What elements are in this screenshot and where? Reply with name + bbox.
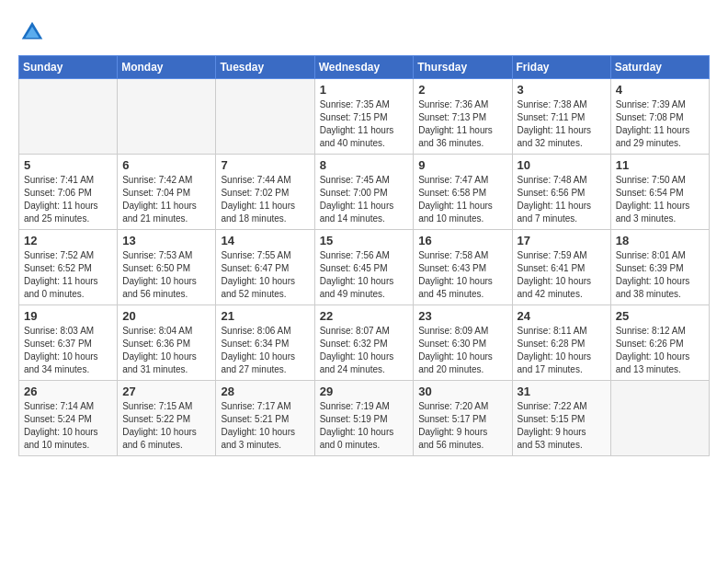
calendar-cell — [216, 79, 314, 155]
day-info: Sunrise: 8:11 AM Sunset: 6:28 PM Dayligh… — [518, 325, 606, 376]
day-number: 29 — [320, 385, 409, 398]
day-number: 8 — [320, 158, 409, 172]
day-number: 28 — [221, 385, 309, 398]
calendar-cell: 17Sunrise: 7:59 AM Sunset: 6:41 PM Dayli… — [512, 230, 610, 305]
day-info: Sunrise: 7:38 AM Sunset: 7:11 PM Dayligh… — [518, 98, 606, 150]
day-info: Sunrise: 7:41 AM Sunset: 7:06 PM Dayligh… — [24, 174, 112, 225]
calendar-cell: 23Sunrise: 8:09 AM Sunset: 6:30 PM Dayli… — [414, 305, 512, 381]
day-header-monday: Monday — [118, 56, 216, 79]
calendar-cell: 11Sunrise: 7:50 AM Sunset: 6:54 PM Dayli… — [610, 155, 709, 230]
calendar-week-row: 1Sunrise: 7:35 AM Sunset: 7:15 PM Daylig… — [19, 79, 710, 155]
day-info: Sunrise: 7:53 AM Sunset: 6:50 PM Dayligh… — [122, 249, 210, 301]
day-info: Sunrise: 7:20 AM Sunset: 5:17 PM Dayligh… — [418, 400, 506, 452]
day-info: Sunrise: 7:55 AM Sunset: 6:47 PM Dayligh… — [221, 249, 309, 301]
day-header-thursday: Thursday — [414, 56, 512, 79]
day-info: Sunrise: 7:52 AM Sunset: 6:52 PM Dayligh… — [24, 249, 112, 301]
day-info: Sunrise: 7:39 AM Sunset: 7:08 PM Dayligh… — [616, 98, 704, 150]
calendar-cell: 10Sunrise: 7:48 AM Sunset: 6:56 PM Dayli… — [512, 155, 610, 230]
calendar-cell: 6Sunrise: 7:42 AM Sunset: 7:04 PM Daylig… — [118, 155, 216, 230]
calendar-cell: 28Sunrise: 7:17 AM Sunset: 5:21 PM Dayli… — [216, 381, 314, 456]
day-number: 3 — [518, 83, 606, 97]
day-number: 10 — [518, 158, 606, 172]
day-header-friday: Friday — [512, 56, 610, 79]
day-info: Sunrise: 7:19 AM Sunset: 5:19 PM Dayligh… — [320, 400, 409, 452]
day-number: 9 — [418, 158, 506, 172]
calendar-cell — [19, 79, 118, 155]
day-number: 6 — [122, 158, 210, 172]
calendar-cell: 26Sunrise: 7:14 AM Sunset: 5:24 PM Dayli… — [19, 381, 118, 456]
calendar-cell: 13Sunrise: 7:53 AM Sunset: 6:50 PM Dayli… — [118, 230, 216, 305]
day-info: Sunrise: 8:03 AM Sunset: 6:37 PM Dayligh… — [24, 325, 112, 376]
day-number: 11 — [616, 158, 704, 172]
calendar-cell: 15Sunrise: 7:56 AM Sunset: 6:45 PM Dayli… — [314, 230, 414, 305]
day-number: 14 — [221, 234, 309, 247]
calendar-week-row: 19Sunrise: 8:03 AM Sunset: 6:37 PM Dayli… — [19, 305, 710, 381]
day-info: Sunrise: 7:44 AM Sunset: 7:02 PM Dayligh… — [221, 174, 309, 225]
calendar-cell: 9Sunrise: 7:47 AM Sunset: 6:58 PM Daylig… — [414, 155, 512, 230]
day-number: 16 — [418, 234, 506, 247]
calendar-table: SundayMondayTuesdayWednesdayThursdayFrid… — [18, 55, 710, 456]
day-number: 4 — [616, 83, 704, 97]
calendar-cell — [118, 79, 216, 155]
calendar-cell: 3Sunrise: 7:38 AM Sunset: 7:11 PM Daylig… — [512, 79, 610, 155]
calendar-week-row: 12Sunrise: 7:52 AM Sunset: 6:52 PM Dayli… — [19, 230, 710, 305]
day-number: 15 — [320, 234, 409, 247]
day-info: Sunrise: 7:47 AM Sunset: 6:58 PM Dayligh… — [418, 174, 506, 225]
logo — [18, 18, 50, 46]
day-info: Sunrise: 7:50 AM Sunset: 6:54 PM Dayligh… — [616, 174, 704, 225]
calendar-cell: 18Sunrise: 8:01 AM Sunset: 6:39 PM Dayli… — [610, 230, 709, 305]
calendar-cell: 5Sunrise: 7:41 AM Sunset: 7:06 PM Daylig… — [19, 155, 118, 230]
day-info: Sunrise: 8:07 AM Sunset: 6:32 PM Dayligh… — [320, 325, 409, 376]
calendar-cell: 27Sunrise: 7:15 AM Sunset: 5:22 PM Dayli… — [118, 381, 216, 456]
day-number: 2 — [418, 83, 506, 97]
day-number: 5 — [24, 158, 112, 172]
day-number: 25 — [616, 309, 704, 323]
day-number: 27 — [122, 385, 210, 398]
day-number: 13 — [122, 234, 210, 247]
day-number: 23 — [418, 309, 506, 323]
calendar-week-row: 26Sunrise: 7:14 AM Sunset: 5:24 PM Dayli… — [19, 381, 710, 456]
day-info: Sunrise: 7:15 AM Sunset: 5:22 PM Dayligh… — [122, 400, 210, 452]
calendar-cell: 14Sunrise: 7:55 AM Sunset: 6:47 PM Dayli… — [216, 230, 314, 305]
day-number: 30 — [418, 385, 506, 398]
calendar-week-row: 5Sunrise: 7:41 AM Sunset: 7:06 PM Daylig… — [19, 155, 710, 230]
calendar-cell: 1Sunrise: 7:35 AM Sunset: 7:15 PM Daylig… — [314, 79, 414, 155]
day-number: 1 — [320, 83, 409, 97]
calendar-cell: 19Sunrise: 8:03 AM Sunset: 6:37 PM Dayli… — [19, 305, 118, 381]
calendar-cell: 29Sunrise: 7:19 AM Sunset: 5:19 PM Dayli… — [314, 381, 414, 456]
day-number: 24 — [518, 309, 606, 323]
day-header-wednesday: Wednesday — [314, 56, 414, 79]
day-info: Sunrise: 7:36 AM Sunset: 7:13 PM Dayligh… — [418, 98, 506, 150]
calendar-cell: 8Sunrise: 7:45 AM Sunset: 7:00 PM Daylig… — [314, 155, 414, 230]
day-info: Sunrise: 7:45 AM Sunset: 7:00 PM Dayligh… — [320, 174, 409, 225]
page-header — [18, 18, 710, 46]
day-info: Sunrise: 8:09 AM Sunset: 6:30 PM Dayligh… — [418, 325, 506, 376]
day-info: Sunrise: 7:17 AM Sunset: 5:21 PM Dayligh… — [221, 400, 309, 452]
calendar-cell: 21Sunrise: 8:06 AM Sunset: 6:34 PM Dayli… — [216, 305, 314, 381]
day-number: 12 — [24, 234, 112, 247]
calendar-cell: 4Sunrise: 7:39 AM Sunset: 7:08 PM Daylig… — [610, 79, 709, 155]
day-info: Sunrise: 7:59 AM Sunset: 6:41 PM Dayligh… — [518, 249, 606, 301]
day-number: 31 — [518, 385, 606, 398]
calendar-header-row: SundayMondayTuesdayWednesdayThursdayFrid… — [19, 56, 710, 79]
day-number: 18 — [616, 234, 704, 247]
day-info: Sunrise: 7:58 AM Sunset: 6:43 PM Dayligh… — [418, 249, 506, 301]
day-info: Sunrise: 8:06 AM Sunset: 6:34 PM Dayligh… — [221, 325, 309, 376]
day-header-saturday: Saturday — [610, 56, 709, 79]
calendar-cell: 25Sunrise: 8:12 AM Sunset: 6:26 PM Dayli… — [610, 305, 709, 381]
day-number: 21 — [221, 309, 309, 323]
calendar-cell: 31Sunrise: 7:22 AM Sunset: 5:15 PM Dayli… — [512, 381, 610, 456]
day-info: Sunrise: 7:42 AM Sunset: 7:04 PM Dayligh… — [122, 174, 210, 225]
calendar-cell: 7Sunrise: 7:44 AM Sunset: 7:02 PM Daylig… — [216, 155, 314, 230]
day-number: 17 — [518, 234, 606, 247]
day-info: Sunrise: 7:22 AM Sunset: 5:15 PM Dayligh… — [518, 400, 606, 452]
day-info: Sunrise: 8:04 AM Sunset: 6:36 PM Dayligh… — [122, 325, 210, 376]
day-header-tuesday: Tuesday — [216, 56, 314, 79]
day-info: Sunrise: 8:12 AM Sunset: 6:26 PM Dayligh… — [616, 325, 704, 376]
calendar-cell: 20Sunrise: 8:04 AM Sunset: 6:36 PM Dayli… — [118, 305, 216, 381]
day-number: 7 — [221, 158, 309, 172]
calendar-cell — [610, 381, 709, 456]
day-info: Sunrise: 7:56 AM Sunset: 6:45 PM Dayligh… — [320, 249, 409, 301]
day-number: 26 — [24, 385, 112, 398]
day-info: Sunrise: 7:14 AM Sunset: 5:24 PM Dayligh… — [24, 400, 112, 452]
